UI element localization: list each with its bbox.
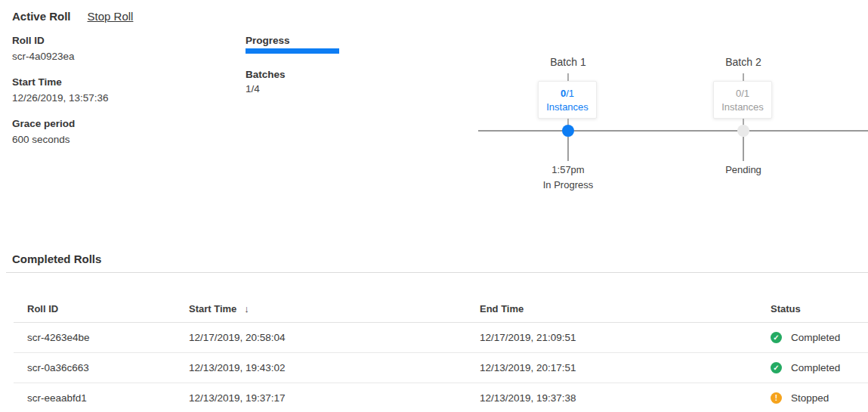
- column-header-status: Status: [771, 303, 868, 314]
- check-circle-icon: ✓: [771, 362, 782, 373]
- table-row[interactable]: scr-4263e4be 12/17/2019, 20:58:04 12/17/…: [14, 323, 868, 353]
- cell-roll-id: scr-4263e4be: [27, 332, 189, 343]
- field-roll-id: Roll ID scr-4a0923ea: [12, 35, 75, 62]
- progress-label: Progress: [246, 35, 290, 46]
- table-header-row: Roll ID Start Time↓ End Time Status: [14, 295, 868, 323]
- batch-2-marker-dot: [737, 125, 749, 137]
- grace-period-label: Grace period: [12, 118, 75, 129]
- batch-1-tick: [567, 73, 569, 81]
- cell-roll-id: scr-eeaabfd1: [27, 392, 189, 404]
- cell-end-time: 12/17/2019, 21:09:51: [480, 332, 771, 343]
- batch-2-count: 0/1: [736, 88, 749, 99]
- rolls-page: Active Roll Stop Roll Roll ID scr-4a0923…: [0, 0, 868, 412]
- batch-1-instances-card[interactable]: 0/1 Instances: [538, 81, 597, 119]
- active-roll-header: Active Roll Stop Roll: [12, 10, 133, 23]
- batch-1-name: Batch 1: [523, 56, 613, 68]
- progress-bar: [246, 48, 339, 54]
- column-header-start-time[interactable]: Start Time↓: [189, 303, 480, 314]
- batch-2-name: Batch 2: [698, 56, 789, 68]
- timeline-batch-2: Batch 2 0/1 Instances Pending: [698, 53, 789, 197]
- batch-1-stem: [567, 137, 569, 161]
- cell-end-time: 12/13/2019, 19:37:38: [480, 392, 771, 404]
- cell-start-time: 12/13/2019, 19:37:17: [189, 392, 480, 404]
- batch-1-marker-dot: [562, 125, 574, 137]
- status-label: Stopped: [791, 392, 829, 404]
- batches-label: Batches: [246, 69, 286, 80]
- cell-status: ✓ Completed: [771, 332, 868, 343]
- start-time-value: 12/26/2019, 13:57:36: [12, 92, 109, 104]
- status-label: Completed: [791, 362, 840, 373]
- batches-value: 1/4: [246, 83, 260, 94]
- exclamation-circle-icon: !: [771, 392, 782, 404]
- roll-id-value: scr-4a0923ea: [12, 51, 75, 62]
- field-start-time: Start Time 12/26/2019, 13:57:36: [12, 76, 109, 104]
- grace-period-value: 600 seconds: [12, 134, 75, 145]
- batch-1-status: In Progress: [523, 179, 613, 191]
- batch-2-instances-label: Instances: [721, 101, 764, 113]
- completed-rolls-table: Roll ID Start Time↓ End Time Status scr-…: [14, 295, 868, 412]
- cell-roll-id: scr-0a36c663: [27, 362, 189, 373]
- batch-2-count-total: /1: [741, 88, 749, 99]
- column-header-roll-id: Roll ID: [27, 303, 189, 314]
- check-circle-icon: ✓: [771, 332, 782, 343]
- roll-id-label: Roll ID: [12, 35, 75, 46]
- field-grace-period: Grace period 600 seconds: [12, 118, 75, 145]
- batch-1-time: 1:57pm: [523, 164, 613, 175]
- status-label: Completed: [791, 332, 840, 343]
- batch-2-tick: [743, 73, 744, 81]
- batch-1-count: 0/1: [561, 88, 574, 99]
- sort-descending-icon[interactable]: ↓: [244, 303, 249, 314]
- start-time-label: Start Time: [12, 76, 109, 88]
- batch-1-count-total: /1: [566, 88, 574, 99]
- batch-2-instances-card: 0/1 Instances: [713, 81, 772, 119]
- completed-rolls-title: Completed Rolls: [12, 252, 101, 265]
- cell-status: ! Stopped: [771, 392, 868, 404]
- table-row[interactable]: scr-eeaabfd1 12/13/2019, 19:37:17 12/13/…: [14, 383, 868, 412]
- start-time-header-label: Start Time: [189, 303, 236, 314]
- batch-2-status: Pending: [698, 164, 789, 175]
- table-row[interactable]: scr-0a36c663 12/13/2019, 19:43:02 12/13/…: [14, 353, 868, 383]
- batch-1-instances-label: Instances: [546, 101, 588, 113]
- section-divider: [6, 272, 868, 273]
- stop-roll-link[interactable]: Stop Roll: [88, 10, 134, 23]
- batch-2-stem: [743, 137, 744, 161]
- column-header-end-time: End Time: [480, 303, 771, 314]
- timeline-batch-1: Batch 1 0/1 Instances 1:57pm In Progress: [523, 53, 613, 197]
- cell-start-time: 12/17/2019, 20:58:04: [189, 332, 480, 343]
- cell-end-time: 12/13/2019, 20:17:51: [480, 362, 771, 373]
- cell-start-time: 12/13/2019, 19:43:02: [189, 362, 480, 373]
- active-roll-title: Active Roll: [12, 10, 71, 23]
- cell-status: ✓ Completed: [771, 362, 868, 373]
